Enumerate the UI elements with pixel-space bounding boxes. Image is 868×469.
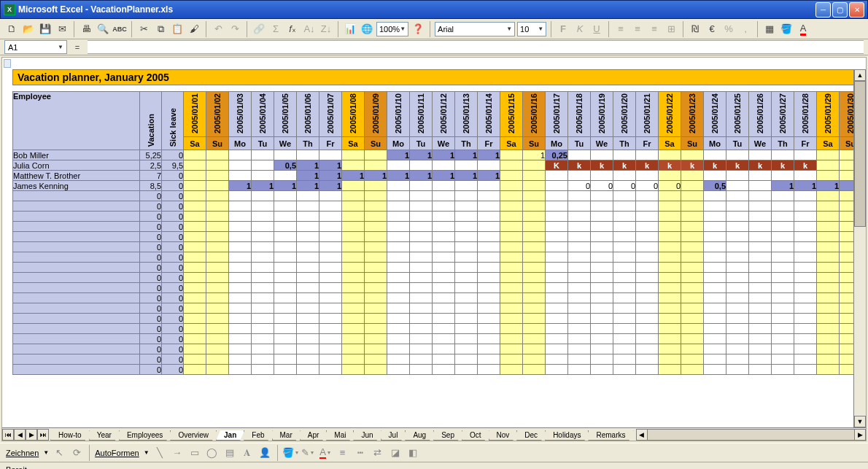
day-cell[interactable]	[817, 273, 840, 283]
mail-icon[interactable]: ✉	[55, 22, 69, 36]
day-cell[interactable]	[433, 273, 455, 283]
vacation-total-cell[interactable]: 0	[140, 344, 162, 354]
rectangle-icon[interactable]: ▭	[187, 446, 202, 460]
date-header[interactable]: 2005/01/13	[455, 92, 478, 137]
day-cell[interactable]	[365, 263, 387, 273]
day-cell[interactable]	[229, 160, 252, 171]
vacation-total-cell[interactable]: 0	[140, 303, 162, 314]
day-cell[interactable]	[229, 324, 252, 334]
day-cell[interactable]	[387, 222, 410, 232]
day-cell[interactable]: k	[591, 160, 613, 171]
day-cell[interactable]	[568, 191, 591, 201]
day-cell[interactable]	[591, 171, 613, 181]
day-cell[interactable]	[794, 334, 817, 344]
day-cell[interactable]	[410, 354, 433, 365]
employee-name-cell[interactable]: James Kenning	[13, 181, 140, 191]
day-cell[interactable]	[568, 303, 591, 314]
day-cell[interactable]	[681, 354, 704, 365]
day-cell[interactable]	[659, 232, 681, 242]
day-cell[interactable]	[636, 324, 659, 334]
day-cell[interactable]: k	[772, 160, 794, 171]
date-header[interactable]: 2005/01/23	[681, 92, 704, 137]
day-cell[interactable]	[681, 263, 704, 273]
day-cell[interactable]	[478, 222, 500, 232]
day-cell[interactable]	[659, 293, 681, 303]
day-cell[interactable]	[772, 283, 794, 293]
day-cell[interactable]	[478, 212, 500, 222]
day-cell[interactable]	[749, 252, 772, 263]
3d-icon[interactable]: ◧	[406, 446, 420, 460]
day-cell[interactable]: 1	[342, 171, 365, 181]
wordart-icon[interactable]: 𝐀	[240, 446, 255, 460]
day-cell[interactable]	[365, 354, 387, 365]
day-cell[interactable]	[613, 201, 636, 212]
day-cell[interactable]	[319, 344, 342, 354]
day-cell[interactable]	[252, 150, 274, 160]
day-cell[interactable]	[365, 324, 387, 334]
day-cell[interactable]	[500, 191, 523, 201]
day-cell[interactable]	[319, 314, 342, 324]
day-cell[interactable]	[410, 160, 433, 171]
day-cell[interactable]	[726, 314, 749, 324]
day-cell[interactable]	[591, 191, 613, 201]
sick-total-cell[interactable]: 0	[162, 232, 184, 242]
day-cell[interactable]	[410, 181, 433, 191]
day-cell[interactable]	[546, 201, 568, 212]
sick-total-cell[interactable]: 0	[162, 191, 184, 201]
day-cell[interactable]	[726, 273, 749, 283]
day-cell[interactable]	[365, 242, 387, 252]
day-cell[interactable]	[229, 293, 252, 303]
employee-name-cell[interactable]: Matthew T. Brother	[13, 171, 140, 181]
day-cell[interactable]	[704, 344, 726, 354]
hyperlink-icon[interactable]: 🔗	[252, 22, 266, 36]
vacation-total-cell[interactable]: 0	[140, 252, 162, 263]
day-cell[interactable]	[319, 252, 342, 263]
day-cell[interactable]	[613, 344, 636, 354]
employee-name-cell[interactable]	[13, 334, 140, 344]
day-cell[interactable]	[319, 242, 342, 252]
day-cell[interactable]	[455, 212, 478, 222]
day-cell[interactable]	[772, 201, 794, 212]
day-cell[interactable]	[342, 303, 365, 314]
date-header[interactable]: 2005/01/19	[591, 92, 613, 137]
day-cell[interactable]	[297, 232, 319, 242]
date-header[interactable]: 2005/01/26	[749, 92, 772, 137]
day-cell[interactable]	[613, 171, 636, 181]
sick-total-cell[interactable]: 0	[162, 252, 184, 263]
day-cell[interactable]	[478, 160, 500, 171]
sheet-tab-jul[interactable]: Jul	[381, 430, 406, 441]
day-cell[interactable]	[523, 303, 546, 314]
day-cell[interactable]	[681, 283, 704, 293]
day-cell[interactable]: 1	[772, 181, 794, 191]
day-cell[interactable]	[365, 191, 387, 201]
day-cell[interactable]: 1	[297, 181, 319, 191]
day-cell[interactable]: 0	[636, 181, 659, 191]
day-cell[interactable]	[229, 212, 252, 222]
day-cell[interactable]: k	[704, 160, 726, 171]
day-cell[interactable]	[704, 263, 726, 273]
day-cell[interactable]	[523, 314, 546, 324]
day-cell[interactable]	[568, 150, 591, 160]
day-cell[interactable]	[704, 191, 726, 201]
day-cell[interactable]	[817, 171, 840, 181]
day-cell[interactable]	[365, 273, 387, 283]
day-cell[interactable]	[365, 181, 387, 191]
day-cell[interactable]	[636, 150, 659, 160]
day-cell[interactable]	[726, 232, 749, 242]
day-cell[interactable]	[410, 324, 433, 334]
day-cell[interactable]	[387, 201, 410, 212]
vacation-total-cell[interactable]: 8,5	[140, 181, 162, 191]
day-cell[interactable]	[433, 324, 455, 334]
day-cell[interactable]	[636, 242, 659, 252]
day-cell[interactable]	[252, 365, 274, 375]
day-cell[interactable]	[681, 324, 704, 334]
dow-header[interactable]: Fr	[478, 137, 500, 150]
day-cell[interactable]	[365, 334, 387, 344]
day-cell[interactable]	[591, 150, 613, 160]
day-cell[interactable]	[478, 181, 500, 191]
day-cell[interactable]	[433, 303, 455, 314]
day-cell[interactable]	[184, 324, 206, 334]
dow-header[interactable]: Th	[297, 137, 319, 150]
day-cell[interactable]	[184, 212, 206, 222]
day-cell[interactable]	[726, 303, 749, 314]
